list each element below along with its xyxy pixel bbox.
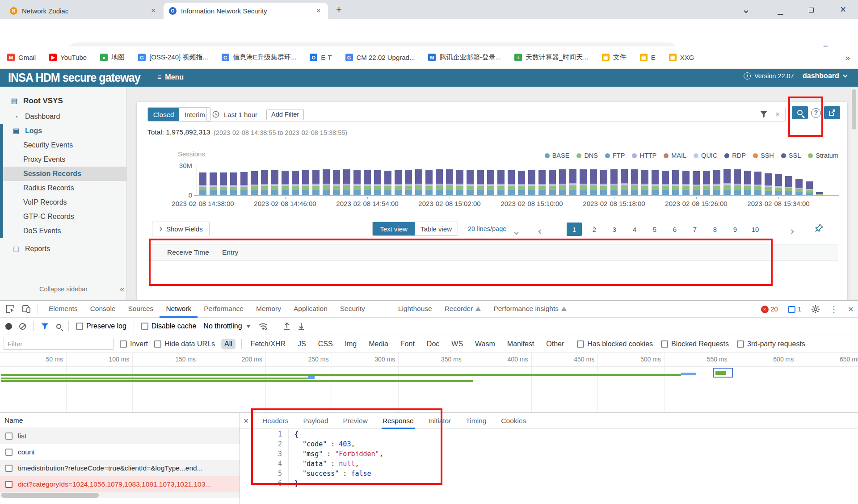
- page-scrollbar-thumb[interactable]: [852, 89, 856, 130]
- lines-per-page-caret-icon[interactable]: [515, 228, 518, 236]
- page-button-10[interactable]: 10: [748, 223, 763, 236]
- page-button-9[interactable]: 9: [728, 223, 743, 236]
- filter-type-doc[interactable]: Doc: [424, 339, 442, 349]
- waterfall-bar[interactable]: [1, 380, 473, 382]
- request-checkbox[interactable]: [5, 449, 13, 456]
- waterfall-tick[interactable]: [681, 373, 696, 375]
- clear-network-log-icon[interactable]: [19, 323, 26, 330]
- legend-item-quic[interactable]: QUIC: [694, 152, 717, 159]
- page-button-8[interactable]: 8: [707, 223, 723, 236]
- filter-type-ws[interactable]: WS: [448, 339, 466, 349]
- tab-search-icon[interactable]: [744, 6, 748, 14]
- devtools-kebab-icon[interactable]: ⋮: [830, 304, 838, 315]
- sidebar-item-dashboard[interactable]: ◔Dashboard: [0, 109, 126, 124]
- devtools-tab-application[interactable]: Application: [287, 300, 334, 318]
- devtools-tab-elements[interactable]: Elements: [42, 300, 84, 318]
- hide-data-urls-checkbox[interactable]: [154, 340, 161, 348]
- disable-cache-checkbox[interactable]: [141, 323, 148, 330]
- devtools-tab-memory[interactable]: Memory: [250, 300, 287, 318]
- search-button[interactable]: [792, 106, 808, 119]
- table-view-button[interactable]: Table view: [415, 222, 458, 235]
- bookmark-gmail[interactable]: MGmail: [7, 54, 36, 61]
- legend-item-ssl[interactable]: SSL: [781, 152, 801, 159]
- devtools-tab-lighthouse[interactable]: Lighthouse: [392, 300, 438, 318]
- bookmark-[interactable]: M腾讯企业邮箱-登录...: [428, 53, 501, 62]
- export-har-icon[interactable]: [298, 322, 305, 330]
- filter-type-media[interactable]: Media: [366, 339, 391, 349]
- legend-item-base[interactable]: BASE: [545, 152, 570, 159]
- preserve-log-option[interactable]: Preserve log: [76, 322, 126, 330]
- sidebar-item-root-vsys[interactable]: ▤Root VSYS: [0, 92, 126, 109]
- minimize-button[interactable]: [778, 8, 783, 17]
- sidebar-item-gtp-c-records[interactable]: GTP-C Records: [0, 210, 126, 224]
- network-conditions-icon[interactable]: [258, 322, 269, 331]
- detail-tab-response[interactable]: Response: [382, 413, 415, 429]
- hide-data-urls-option[interactable]: Hide data URLs: [154, 340, 215, 348]
- bookmark-e[interactable]: G信息港E升级集群环...: [222, 53, 297, 62]
- requests-name-header[interactable]: Name: [0, 413, 240, 428]
- clear-filter-icon[interactable]: ×: [775, 110, 780, 119]
- filter-type-js[interactable]: JS: [294, 339, 309, 349]
- detail-close-icon[interactable]: ×: [244, 416, 248, 426]
- disable-cache-option[interactable]: Disable cache: [141, 322, 197, 330]
- sidebar-item-logs[interactable]: ▣Logs: [0, 124, 126, 138]
- column-receive-time[interactable]: Receive Time: [167, 248, 209, 256]
- show-fields-button[interactable]: Show Fields: [152, 222, 210, 236]
- filter-type-css[interactable]: CSS: [315, 339, 336, 349]
- maximize-button[interactable]: [809, 6, 814, 14]
- network-search-icon[interactable]: [56, 324, 61, 329]
- throttling-select[interactable]: No throttling: [203, 322, 250, 330]
- sidebar-item-proxy-events[interactable]: Proxy Events: [0, 152, 126, 167]
- tab1-close-icon[interactable]: ×: [149, 6, 157, 15]
- bookmark-xxg[interactable]: ▣XXG: [669, 54, 694, 61]
- tab2-close-icon[interactable]: ×: [315, 6, 323, 15]
- page-button-5[interactable]: 5: [647, 223, 662, 236]
- time-range-label[interactable]: Last 1 hour: [224, 111, 257, 118]
- sidebar-item-radius-records[interactable]: Radius Records: [0, 181, 126, 195]
- new-tab-button[interactable]: +: [336, 4, 342, 15]
- browser-tab-1[interactable]: N Network Zodiac ×: [5, 3, 162, 19]
- detail-tab-initiator[interactable]: Initiator: [428, 413, 452, 429]
- preserve-log-checkbox[interactable]: [76, 323, 83, 330]
- add-filter-button[interactable]: Add Filter: [266, 109, 304, 120]
- closed-toggle-button[interactable]: Closed: [148, 108, 179, 121]
- request-row-timedistribu[interactable]: timedistribution?refuseCode=true&clientI…: [0, 460, 240, 476]
- legend-item-mail[interactable]: MAIL: [664, 152, 686, 159]
- devtools-settings-gear-icon[interactable]: [811, 305, 820, 314]
- filter-type-fetch-xhr[interactable]: Fetch/XHR: [248, 339, 289, 349]
- waterfall-tick[interactable]: [308, 376, 315, 379]
- page-button-2[interactable]: 2: [587, 223, 602, 236]
- devtools-tab-sources[interactable]: Sources: [122, 300, 160, 318]
- filter-option-has-blocked-cookies[interactable]: Has blocked cookies: [577, 340, 653, 348]
- filter-option-checkbox[interactable]: [577, 340, 584, 348]
- bookmark-[interactable]: ▣文件: [602, 53, 627, 62]
- inspect-element-icon[interactable]: [5, 304, 15, 314]
- browser-tab-2[interactable]: O Information Network Security ×: [164, 3, 328, 19]
- issues-badge[interactable]: 1: [788, 306, 801, 313]
- info-icon[interactable]: i: [744, 72, 751, 80]
- filter-bar[interactable]: Last 1 hour Add Filter ×: [206, 107, 786, 122]
- bookmark-e-t[interactable]: OE-T: [310, 54, 332, 61]
- lines-per-page-select[interactable]: 20 lines/page: [468, 225, 506, 232]
- detail-tab-timing[interactable]: Timing: [465, 413, 487, 429]
- requests-scrollbar-thumb[interactable]: [1, 493, 99, 498]
- pin-page-icon[interactable]: [814, 223, 824, 233]
- sidebar-item-reports[interactable]: ▢Reports: [0, 242, 126, 256]
- request-checkbox[interactable]: [5, 465, 13, 472]
- waterfall-selected-request[interactable]: [713, 368, 733, 378]
- detail-tab-headers[interactable]: Headers: [261, 413, 290, 429]
- sidebar-item-dos-events[interactable]: DoS Events: [0, 224, 126, 238]
- sidebar-item-session-records[interactable]: Session Records: [0, 167, 126, 181]
- device-toolbar-icon[interactable]: [21, 304, 31, 314]
- request-row-count[interactable]: count: [0, 444, 240, 460]
- menu-button[interactable]: ≡Menu: [157, 73, 184, 81]
- request-row-list[interactable]: list: [0, 428, 240, 444]
- legend-item-http[interactable]: HTTP: [632, 152, 656, 159]
- request-checkbox[interactable]: [5, 433, 13, 440]
- filter-option-checkbox[interactable]: [737, 340, 744, 348]
- filter-type-wasm[interactable]: Wasm: [472, 339, 498, 349]
- help-button[interactable]: ?: [811, 108, 821, 118]
- column-entry[interactable]: Entry: [222, 248, 238, 256]
- export-button[interactable]: [824, 106, 840, 119]
- page-button-6[interactable]: 6: [667, 223, 682, 236]
